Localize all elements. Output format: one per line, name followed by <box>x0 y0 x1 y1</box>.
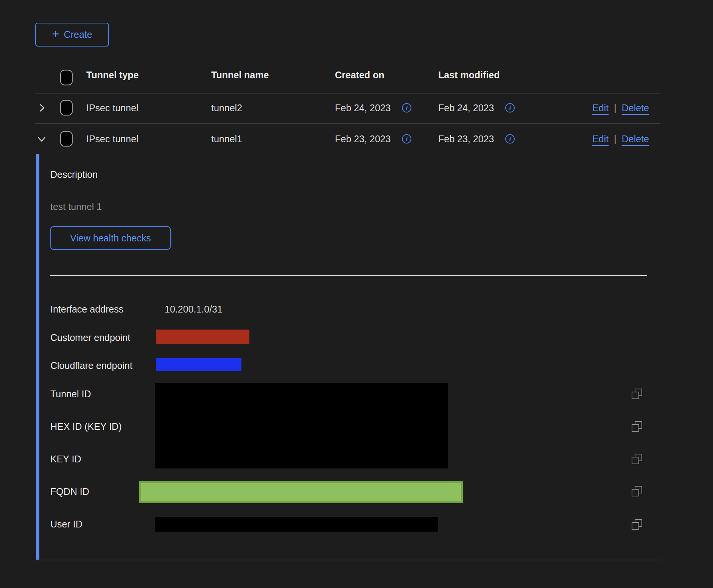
description-label: Description <box>50 169 98 180</box>
create-button-label: Create <box>64 29 92 40</box>
tunnel-name-cell: tunnel2 <box>211 103 242 114</box>
created-on-value: Feb 23, 2023 <box>335 134 391 145</box>
cloudflare-endpoint-redacted-value <box>156 358 241 371</box>
col-header-created-on: Created on <box>335 69 385 80</box>
edit-link[interactable]: Edit <box>592 134 609 145</box>
col-header-last-modified: Last modified <box>438 69 500 80</box>
tunnel-name-cell: tunnel1 <box>211 134 242 145</box>
copy-icon[interactable] <box>631 388 643 400</box>
chevron-right-icon[interactable] <box>36 102 47 114</box>
last-modified-value: Feb 24, 2023 <box>438 103 494 114</box>
chevron-down-icon[interactable] <box>36 133 47 145</box>
row-checkbox[interactable] <box>60 131 73 147</box>
tunnel-id-label: Tunnel ID <box>50 389 91 400</box>
hex-id-label: HEX ID (KEY ID) <box>50 421 121 432</box>
col-header-tunnel-name: Tunnel name <box>211 69 269 80</box>
row-actions: Edit | Delete <box>592 103 649 114</box>
table-header-row: Tunnel type Tunnel name Created on Last … <box>35 57 660 93</box>
last-modified-value: Feb 23, 2023 <box>438 134 494 145</box>
expanded-row-indicator-bar <box>36 154 39 560</box>
ids-redacted-values <box>155 383 448 468</box>
key-id-label: KEY ID <box>50 454 81 465</box>
view-health-checks-button[interactable]: View health checks <box>50 226 171 250</box>
created-on-value: Feb 24, 2023 <box>335 103 391 114</box>
copy-icon[interactable] <box>631 485 643 497</box>
edit-link[interactable]: Edit <box>592 103 609 114</box>
info-icon[interactable]: i <box>505 134 515 144</box>
row-actions: Edit | Delete <box>592 134 649 145</box>
cloudflare-endpoint-label: Cloudflare endpoint <box>50 360 132 371</box>
delete-link[interactable]: Delete <box>622 103 649 114</box>
select-all-checkbox[interactable] <box>60 70 73 86</box>
info-icon[interactable]: i <box>505 103 515 113</box>
fqdn-id-redacted-value <box>139 481 463 503</box>
customer-endpoint-redacted-value <box>156 330 249 344</box>
detail-divider <box>50 275 647 276</box>
description-value: test tunnel 1 <box>50 201 102 212</box>
interface-address-label: Interface address <box>50 304 123 315</box>
plus-icon: + <box>52 28 59 40</box>
info-icon[interactable]: i <box>402 103 411 113</box>
table-row-tunnel1[interactable]: IPsec tunnel tunnel1 Feb 23, 2023 i Feb … <box>35 124 660 154</box>
copy-icon[interactable] <box>631 519 643 530</box>
tunnel-type-cell: IPsec tunnel <box>86 134 139 145</box>
tunnel-type-cell: IPsec tunnel <box>86 103 139 114</box>
create-button[interactable]: + Create <box>35 23 109 47</box>
table-row-tunnel2[interactable]: IPsec tunnel tunnel2 Feb 24, 2023 i Feb … <box>35 93 660 124</box>
action-separator: | <box>614 134 616 145</box>
info-icon[interactable]: i <box>402 134 411 144</box>
delete-link[interactable]: Delete <box>622 134 649 145</box>
copy-icon[interactable] <box>631 421 643 432</box>
created-on-cell: Feb 24, 2023 i <box>335 103 411 114</box>
action-separator: | <box>614 103 616 114</box>
expanded-row-bottom-border <box>35 560 660 560</box>
last-modified-cell: Feb 23, 2023 i <box>438 134 515 145</box>
last-modified-cell: Feb 24, 2023 i <box>438 103 515 114</box>
customer-endpoint-label: Customer endpoint <box>50 332 130 343</box>
view-health-checks-label: View health checks <box>70 233 151 244</box>
row-checkbox[interactable] <box>60 100 73 116</box>
created-on-cell: Feb 23, 2023 i <box>335 134 411 145</box>
col-header-tunnel-type: Tunnel type <box>86 69 139 80</box>
copy-icon[interactable] <box>631 453 643 465</box>
fqdn-id-label: FQDN ID <box>50 486 89 497</box>
user-id-label: User ID <box>50 519 83 530</box>
user-id-redacted-value <box>155 517 438 532</box>
interface-address-value: 10.200.1.0/31 <box>165 304 223 315</box>
